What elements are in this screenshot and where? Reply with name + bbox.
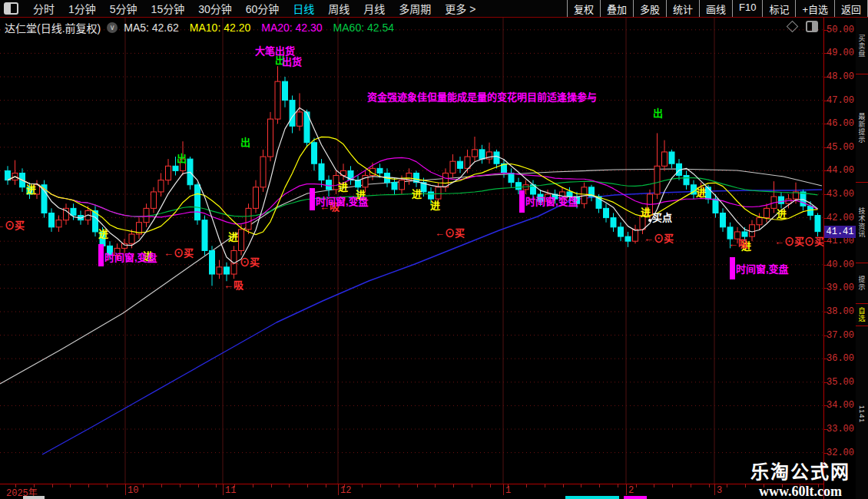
- candle-up: [297, 112, 303, 126]
- candle-down: [727, 227, 733, 239]
- candle-down: [742, 232, 747, 236]
- week-tick: [180, 484, 181, 487]
- diamond-marker-icon[interactable]: [787, 21, 799, 33]
- candle-up: [654, 166, 660, 194]
- candle-up: [151, 192, 157, 208]
- time-window-bar: [310, 188, 315, 210]
- time-axis: 2025年101112123: [0, 484, 823, 497]
- watermark: 乐淘公式网 www.60lt.com: [739, 457, 862, 499]
- candle-down: [625, 236, 631, 241]
- price-axis-label: 45.00: [827, 142, 854, 153]
- candle-up: [436, 187, 441, 199]
- month-label: 1: [505, 485, 511, 496]
- toolbar-button-F10[interactable]: F10: [732, 0, 762, 17]
- candle-up: [56, 220, 61, 227]
- watermark-site-name: 乐淘公式网: [739, 457, 862, 484]
- week-tick: [490, 484, 491, 487]
- candle-up: [158, 180, 164, 192]
- signal-label: 进: [777, 209, 787, 220]
- candle-up: [275, 81, 280, 119]
- signal-label: ←⊙买: [0, 220, 25, 231]
- candle-down: [224, 267, 230, 274]
- chevron-down-icon[interactable]: ∨: [107, 22, 118, 33]
- period-toolbar: 分时1分钟5分钟15分钟30分钟60分钟日线周线月线多周期更多 > 复权叠加多股…: [0, 0, 868, 18]
- candle-up: [253, 187, 259, 209]
- week-tick: [618, 484, 618, 487]
- right-strip-label: 提示: [857, 276, 867, 291]
- candle-down: [618, 227, 624, 236]
- candle-up: [246, 208, 251, 230]
- period-tab-5分钟[interactable]: 5分钟: [110, 1, 137, 16]
- toolbar-button-叠加[interactable]: 叠加: [600, 0, 633, 17]
- candle-down: [202, 220, 207, 251]
- period-tab-30分钟[interactable]: 30分钟: [198, 1, 232, 16]
- period-tab-多周期[interactable]: 多周期: [399, 1, 431, 16]
- signal-label: 进: [26, 184, 36, 195]
- price-axis-label: 44.00: [827, 165, 854, 176]
- month-label: 12: [340, 485, 351, 496]
- week-tick: [289, 484, 290, 487]
- signal-label: 进: [641, 207, 651, 218]
- candle-down: [429, 192, 434, 199]
- toolbar-button-标记[interactable]: 标记: [762, 0, 795, 17]
- candle-down: [356, 180, 361, 187]
- period-tab-1分钟[interactable]: 1分钟: [68, 1, 96, 16]
- candle-up: [764, 208, 770, 217]
- month-label: 3: [717, 485, 722, 496]
- month-boundary: [338, 484, 339, 495]
- toolbar-button-多股[interactable]: 多股: [633, 0, 666, 17]
- week-tick: [417, 484, 418, 487]
- layout-panel-icon[interactable]: [4, 2, 18, 15]
- week-tick: [636, 484, 637, 487]
- week-tick: [362, 484, 363, 487]
- right-edge-strip[interactable]: 买卖盘最新提示技术资讯提示自选1141: [856, 18, 868, 499]
- clipped-text-fragment: [624, 496, 647, 499]
- toolbar-button-画线[interactable]: 画线: [699, 0, 732, 17]
- candle-up: [757, 218, 762, 225]
- week-tick: [727, 484, 727, 487]
- time-window-label: 时间窗,变盘: [316, 197, 369, 207]
- right-strip-segment[interactable]: 买卖盘: [856, 18, 868, 74]
- clipped-indicator-row: [0, 496, 823, 499]
- kline-chart-area[interactable]: 进进进进进进进进进进进进出出出出大笔出货出货资金强迹象佳但量能成是量的变花明目前…: [0, 18, 823, 484]
- right-strip-label: 买卖盘: [857, 35, 867, 58]
- period-tab-日线[interactable]: 日线: [293, 1, 314, 16]
- right-strip-segment[interactable]: 提示: [856, 263, 868, 304]
- candle-down: [713, 199, 718, 213]
- time-window-label: 时间窗,变盘: [525, 197, 578, 207]
- period-tab-周线[interactable]: 周线: [328, 1, 350, 16]
- month-label: 11: [225, 485, 236, 496]
- signal-label: 大笔出货: [255, 46, 295, 57]
- week-tick: [253, 484, 253, 487]
- price-axis-label: 34.00: [827, 400, 854, 411]
- toolbar-button-返回[interactable]: 返回: [834, 0, 868, 17]
- signal-label: 进: [338, 182, 348, 193]
- toolbar-button-+自选[interactable]: +自选: [795, 0, 834, 17]
- signal-label: 进: [228, 232, 238, 243]
- week-tick: [143, 484, 144, 487]
- right-strip-segment[interactable]: 技术资讯: [856, 183, 868, 263]
- right-strip-segment[interactable]: 自选: [856, 304, 868, 326]
- toolbar-button-统计[interactable]: 统计: [666, 0, 699, 17]
- split-pane-icon[interactable]: [806, 21, 818, 32]
- week-tick: [526, 484, 527, 487]
- signal-label: ←吸: [224, 280, 244, 291]
- week-tick: [709, 484, 710, 487]
- period-tab-月线[interactable]: 月线: [363, 1, 385, 16]
- signal-label: 买点: [652, 213, 672, 223]
- candle-down: [779, 197, 784, 203]
- week-tick: [52, 484, 53, 487]
- period-tab-分时[interactable]: 分时: [33, 1, 55, 16]
- week-tick: [380, 484, 381, 487]
- candle-down: [611, 218, 616, 227]
- right-strip-segment[interactable]: 最新提示: [856, 74, 868, 183]
- signal-label: 进: [430, 200, 440, 211]
- toolbar-button-复权[interactable]: 复权: [567, 0, 600, 17]
- price-axis-label: 40.00: [827, 259, 854, 270]
- period-tab-更多 >[interactable]: 更多 >: [445, 1, 475, 16]
- period-tab-15分钟[interactable]: 15分钟: [151, 1, 185, 16]
- signal-label: ←⊙买: [230, 257, 260, 268]
- period-tab-60分钟[interactable]: 60分钟: [246, 1, 280, 16]
- current-price-badge: 41.41: [824, 226, 856, 238]
- candle-up: [662, 152, 668, 166]
